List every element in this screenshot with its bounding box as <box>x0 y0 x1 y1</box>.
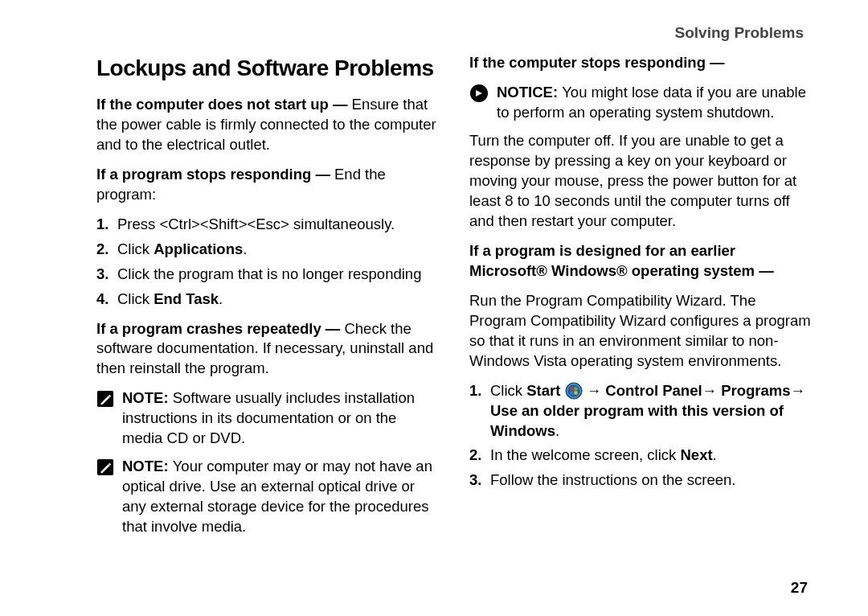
compat-step-2: In the welcome screen, click Next. <box>469 446 812 466</box>
windows-start-icon <box>565 382 583 400</box>
right-column: If the computer stops responding — NOTIC… <box>469 53 812 545</box>
svg-rect-5 <box>570 387 573 390</box>
program-stops-bold: If a program stops responding — <box>96 166 334 183</box>
startup-paragraph: If the computer does not start up — Ensu… <box>96 95 439 155</box>
section-header: Solving Problems <box>96 24 812 42</box>
turn-off-paragraph: Turn the computer off. If you are unable… <box>469 131 812 232</box>
main-heading: Lockups and Software Problems <box>96 53 439 84</box>
note-1: NOTE: Software usually includes installa… <box>96 388 439 449</box>
compat-step-1: Click Start → Control Panel→ Programs→ U… <box>469 381 812 441</box>
svg-rect-6 <box>574 387 577 390</box>
compat-step-3: Follow the instructions on the screen. <box>469 470 812 491</box>
step-3: Click the program that is no longer resp… <box>96 265 439 285</box>
note-2-label: NOTE: <box>122 458 173 474</box>
end-program-steps: Press <Ctrl><Shift><Esc> simultaneously.… <box>96 215 439 310</box>
compat-wizard-paragraph: Run the Program Compatibility Wizard. Th… <box>469 291 812 372</box>
compat-steps: Click Start → Control Panel→ Programs→ U… <box>469 381 812 491</box>
crashes-paragraph: If a program crashes repeatedly — Check … <box>96 319 439 380</box>
left-column: Lockups and Software Problems If the com… <box>96 53 439 545</box>
note-1-label: NOTE: <box>122 389 173 406</box>
stops-responding-heading: If the computer stops responding — <box>469 53 812 73</box>
svg-rect-7 <box>570 391 573 394</box>
note-2: NOTE: Your computer may or may not have … <box>96 457 439 537</box>
step-4: Click End Task. <box>96 290 439 310</box>
page-number: 27 <box>791 579 808 597</box>
pencil-icon <box>96 458 114 476</box>
step-2: Click Applications. <box>96 240 439 260</box>
pencil-icon <box>96 390 114 408</box>
startup-bold: If the computer does not start up — <box>96 96 352 113</box>
svg-rect-8 <box>574 391 577 394</box>
svg-point-3 <box>565 382 581 398</box>
step-1: Press <Ctrl><Shift><Esc> simultaneously. <box>96 215 439 235</box>
earlier-windows-heading: If a program is designed for an earlier … <box>469 241 812 281</box>
program-stops-paragraph: If a program stops responding — End the … <box>96 165 439 205</box>
crashes-bold: If a program crashes repeatedly — <box>96 320 344 337</box>
notice-arrow-icon <box>469 84 489 103</box>
notice-block: NOTICE: You might lose data if you are u… <box>469 83 812 123</box>
notice-label: NOTICE: <box>497 84 562 101</box>
